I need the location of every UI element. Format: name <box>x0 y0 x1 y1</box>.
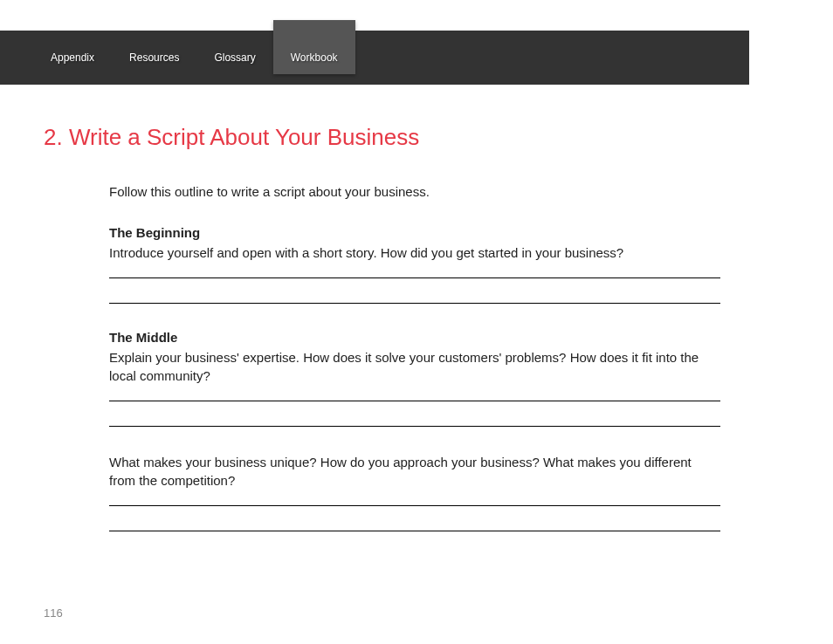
body-content: Follow this outline to write a script ab… <box>109 184 720 531</box>
blank-line <box>109 426 720 427</box>
blank-line <box>109 531 720 531</box>
blank-line <box>109 277 720 278</box>
tab-resources[interactable]: Resources <box>112 31 196 85</box>
blank-lines-unique <box>109 505 720 531</box>
nav-bar: Appendix Resources Glossary Workbook <box>0 31 749 85</box>
blank-line <box>109 505 720 506</box>
section-title-beginning: The Beginning <box>109 225 720 240</box>
blank-line <box>109 401 720 401</box>
tab-workbook[interactable]: Workbook <box>273 20 355 74</box>
blank-lines-middle-1 <box>109 401 720 427</box>
blank-lines-beginning <box>109 277 720 304</box>
section-title-middle: The Middle <box>109 330 720 345</box>
blank-line <box>109 303 720 304</box>
section-text-middle: Explain your business' expertise. How do… <box>109 348 720 385</box>
section-text-beginning: Introduce yourself and open with a short… <box>109 243 720 262</box>
section-text-unique: What makes your business unique? How do … <box>109 453 720 490</box>
section-middle: The Middle Explain your business' expert… <box>109 330 720 427</box>
page-heading: 2. Write a Script About Your Business <box>44 124 789 151</box>
page-number: 116 <box>44 606 63 620</box>
intro-text: Follow this outline to write a script ab… <box>109 184 720 199</box>
content-area: 2. Write a Script About Your Business Fo… <box>0 85 833 531</box>
section-beginning: The Beginning Introduce yourself and ope… <box>109 225 720 304</box>
tab-glossary[interactable]: Glossary <box>196 31 272 85</box>
tab-appendix[interactable]: Appendix <box>33 31 112 85</box>
section-unique: What makes your business unique? How do … <box>109 453 720 531</box>
